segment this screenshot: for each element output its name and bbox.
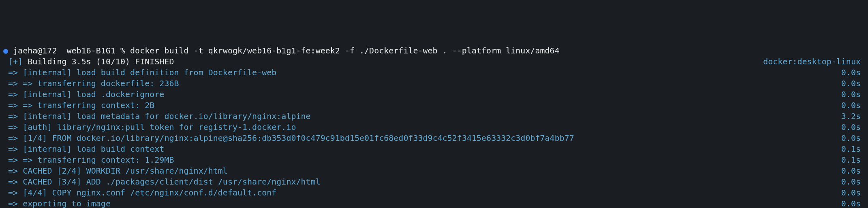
step-time: 0.0s xyxy=(841,133,865,144)
prompt-dir: web16-B1G1 xyxy=(67,46,115,55)
step-text: transferring dockerfile: 236B xyxy=(37,79,179,88)
prompt-sep: % xyxy=(120,46,125,55)
sub-arrow-icon: => xyxy=(23,79,37,88)
arrow-icon: => xyxy=(8,133,18,143)
step-text: [1/4] FROM docker.io/library/nginx:alpin… xyxy=(23,133,574,143)
build-step-line: => [1/4] FROM docker.io/library/nginx:al… xyxy=(3,133,865,144)
arrow-icon: => xyxy=(8,199,18,208)
build-steps: => [internal] load build definition from… xyxy=(3,67,865,208)
build-step-line: => => transferring context: 2B0.0s xyxy=(3,100,865,111)
step-time: 0.1s xyxy=(841,155,865,166)
build-step-line: => => transferring dockerfile: 236B0.0s xyxy=(3,78,865,89)
step-time: 0.0s xyxy=(841,89,865,100)
terminal-output[interactable]: ● jaeha@172 web16-B1G1 % docker build -t… xyxy=(3,45,865,208)
build-header: [+] Building 3.5s (10/10) FINISHEDdocker… xyxy=(3,56,865,67)
step-time: 0.0s xyxy=(841,67,865,78)
sub-arrow-icon: => xyxy=(23,100,37,110)
step-time: 3.2s xyxy=(841,111,865,122)
build-step-line: => [internal] load .dockerignore0.0s xyxy=(3,89,865,100)
arrow-icon: => xyxy=(8,89,18,99)
build-step-line: => [4/4] COPY nginx.conf /etc/nginx/conf… xyxy=(3,187,865,198)
step-text: CACHED [2/4] WORKDIR /usr/share/nginx/ht… xyxy=(23,166,228,176)
step-time: 0.1s xyxy=(841,144,865,155)
step-text: [4/4] COPY nginx.conf /etc/nginx/conf.d/… xyxy=(23,188,276,197)
step-text: [internal] load metadata for docker.io/l… xyxy=(23,111,310,121)
arrow-icon: => xyxy=(8,155,18,165)
build-step-line: => CACHED [3/4] ADD ./packages/client/di… xyxy=(3,176,865,187)
step-text: CACHED [3/4] ADD ./packages/client/dist … xyxy=(23,177,321,187)
arrow-icon: => xyxy=(8,166,18,176)
step-text: [internal] load build definition from Do… xyxy=(23,68,276,77)
build-step-line: => [auth] library/nginx:pull token for r… xyxy=(3,122,865,133)
step-time: 0.0s xyxy=(841,122,865,133)
sub-arrow-icon: => xyxy=(23,155,37,165)
step-time: 0.0s xyxy=(841,100,865,111)
build-step-line: => [internal] load metadata for docker.i… xyxy=(3,111,865,122)
arrow-icon: => xyxy=(8,177,18,187)
step-text: [internal] load build context xyxy=(23,144,164,154)
build-summary: Building 3.5s (10/10) FINISHED xyxy=(28,57,174,66)
step-text: exporting to image xyxy=(23,199,111,208)
step-time: 0.0s xyxy=(841,78,865,89)
build-step-line: => exporting to image0.0s xyxy=(3,198,865,208)
command-text: docker build -t qkrwogk/web16-b1g1-fe:we… xyxy=(130,46,560,55)
build-prefix: [+] xyxy=(8,57,23,66)
step-time: 0.0s xyxy=(841,166,865,176)
step-time: 0.0s xyxy=(841,176,865,187)
step-text: transferring context: 2B xyxy=(37,100,154,110)
arrow-icon: => xyxy=(8,111,18,121)
build-context: docker:desktop-linux xyxy=(763,56,865,67)
step-text: [internal] load .dockerignore xyxy=(23,89,164,99)
arrow-icon: => xyxy=(8,79,18,88)
step-time: 0.0s xyxy=(841,187,865,198)
arrow-icon: => xyxy=(8,144,18,154)
build-step-line: => [internal] load build definition from… xyxy=(3,67,865,78)
step-text: transferring context: 1.29MB xyxy=(37,155,174,165)
arrow-icon: => xyxy=(8,100,18,110)
build-step-line: => => transferring context: 1.29MB0.1s xyxy=(3,155,865,166)
arrow-icon: => xyxy=(8,188,18,197)
build-step-line: => [internal] load build context0.1s xyxy=(3,144,865,155)
arrow-icon: => xyxy=(8,122,18,132)
prompt-user-host: jaeha@172 xyxy=(13,46,57,55)
step-text: [auth] library/nginx:pull token for regi… xyxy=(23,122,296,132)
arrow-icon: => xyxy=(8,68,18,77)
status-dot-icon: ● xyxy=(3,45,8,56)
build-step-line: => CACHED [2/4] WORKDIR /usr/share/nginx… xyxy=(3,166,865,176)
step-time: 0.0s xyxy=(841,198,865,208)
prompt-line: ● jaeha@172 web16-B1G1 % docker build -t… xyxy=(3,45,865,56)
